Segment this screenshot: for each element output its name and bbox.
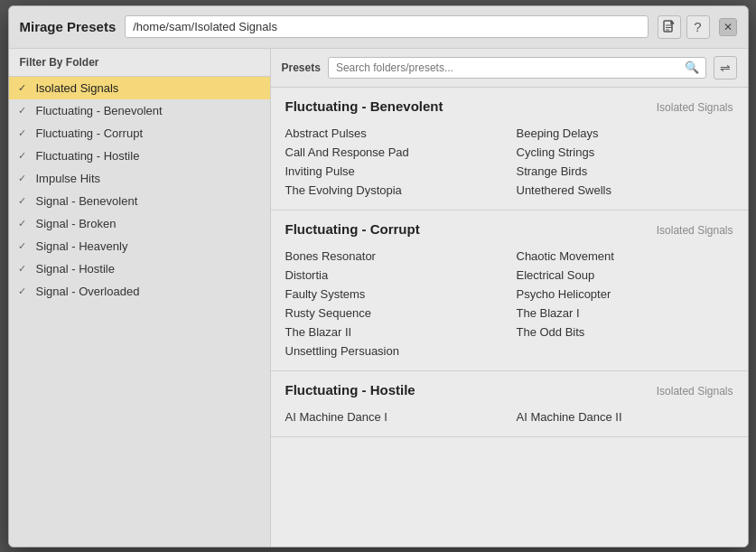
preset-grid: AI Machine Dance IAI Machine Dance II [285, 408, 733, 426]
preset-item[interactable]: AI Machine Dance I [285, 408, 502, 426]
preset-item[interactable]: Call And Response Pad [285, 144, 502, 161]
preset-section-header: Fluctuating - Benevolent Isolated Signal… [285, 98, 733, 114]
preset-item[interactable]: The Blazar I [517, 304, 733, 322]
check-icon: ✓ [18, 127, 31, 139]
preset-item[interactable]: Untethered Swells [517, 182, 733, 199]
check-icon: ✓ [18, 105, 31, 117]
sidebar-list: ✓ Isolated Signals ✓ Fluctuating - Benev… [9, 77, 270, 547]
check-icon: ✓ [18, 263, 31, 275]
preset-section: Fluctuating - Corrupt Isolated Signals B… [271, 211, 748, 371]
presets-scroll[interactable]: Fluctuating - Benevolent Isolated Signal… [271, 88, 748, 547]
check-icon: ✓ [18, 218, 31, 229]
presets-title: Presets [282, 61, 321, 74]
sidebar-item-label: Fluctuating - Hostile [36, 149, 140, 163]
preset-section: Fluctuating - Benevolent Isolated Signal… [271, 88, 748, 211]
preset-item[interactable]: Psycho Helicopter [517, 285, 733, 303]
preset-item[interactable]: The Blazar II [285, 323, 502, 341]
preset-grid: Abstract PulsesBeeping DelaysCall And Re… [285, 125, 733, 199]
preset-section-name: Fluctuating - Hostile [285, 382, 415, 398]
help-icon: ? [694, 19, 701, 34]
sidebar-item-label: Signal - Heavenly [36, 239, 128, 253]
preset-section-header: Fluctuating - Corrupt Isolated Signals [285, 221, 733, 237]
sidebar-item-signal-benevolent[interactable]: ✓ Signal - Benevolent [9, 190, 270, 212]
preset-item[interactable]: Chaotic Movement [517, 248, 733, 265]
preset-item[interactable]: Beeping Delays [517, 125, 733, 142]
doc-icon-button[interactable] [658, 15, 681, 39]
check-icon: ✓ [18, 173, 31, 184]
sidebar-item-isolated-signals[interactable]: ✓ Isolated Signals [9, 77, 270, 99]
shuffle-button[interactable]: ⇌ [714, 56, 737, 80]
preset-item[interactable]: Distortia [285, 267, 502, 284]
sidebar-item-signal-hostile[interactable]: ✓ Signal - Hostile [9, 257, 270, 280]
presets-panel: Presets 🔍 ⇌ Fluctuating - Benevolent Iso… [271, 49, 748, 547]
sidebar-header: Filter By Folder [9, 49, 270, 77]
sidebar-item-fluctuating-benevolent[interactable]: ✓ Fluctuating - Benevolent [9, 99, 270, 122]
sidebar-item-label: Signal - Benevolent [36, 194, 138, 208]
sidebar-item-fluctuating-hostile[interactable]: ✓ Fluctuating - Hostile [9, 145, 270, 167]
preset-section-name: Fluctuating - Corrupt [285, 221, 420, 237]
sidebar-item-fluctuating-corrupt[interactable]: ✓ Fluctuating - Corrupt [9, 122, 270, 145]
help-icon-button[interactable]: ? [686, 15, 710, 39]
search-wrapper: 🔍 [328, 57, 706, 79]
sidebar-item-label: Isolated Signals [36, 81, 119, 95]
preset-item[interactable]: Unsettling Persuasion [285, 342, 502, 360]
preset-item[interactable]: Rusty Sequence [285, 304, 502, 322]
preset-item[interactable]: The Evolving Dystopia [285, 182, 502, 199]
shuffle-icon: ⇌ [720, 61, 731, 75]
preset-item[interactable]: Cycling Strings [517, 144, 733, 161]
check-icon: ✓ [18, 82, 31, 94]
preset-item[interactable]: AI Machine Dance II [517, 408, 733, 426]
check-icon: ✓ [18, 195, 31, 207]
preset-item[interactable]: Inviting Pulse [285, 163, 502, 180]
sidebar-item-label: Signal - Hostile [36, 262, 115, 276]
sidebar-item-label: Impulse Hits [36, 172, 101, 185]
preset-section-name: Fluctuating - Benevolent [285, 98, 443, 114]
sidebar-item-impulse-hits[interactable]: ✓ Impulse Hits [9, 167, 270, 190]
dialog-title: Mirage Presets [20, 19, 117, 34]
sidebar-item-signal-overloaded[interactable]: ✓ Signal - Overloaded [9, 280, 270, 303]
path-input[interactable] [125, 15, 648, 38]
check-icon: ✓ [18, 150, 31, 162]
check-icon: ✓ [18, 240, 31, 252]
preset-item[interactable]: Electrical Soup [517, 267, 733, 284]
title-bar: Mirage Presets ? ✕ [9, 6, 748, 49]
sidebar-item-label: Fluctuating - Corrupt [36, 126, 144, 140]
preset-item[interactable]: Faulty Systems [285, 285, 502, 303]
presets-header: Presets 🔍 ⇌ [271, 49, 748, 88]
title-bar-icons: ? [658, 15, 710, 39]
preset-grid: Bones ResonatorChaotic MovementDistortia… [285, 248, 733, 360]
sidebar-item-label: Signal - Overloaded [36, 285, 140, 298]
preset-item[interactable]: The Odd Bits [517, 323, 733, 341]
preset-item[interactable]: Bones Resonator [285, 248, 502, 265]
preset-section-folder: Isolated Signals [657, 385, 733, 398]
search-icon: 🔍 [685, 61, 699, 74]
main-content: Filter By Folder ✓ Isolated Signals ✓ Fl… [9, 49, 748, 547]
preset-section-folder: Isolated Signals [657, 101, 733, 114]
preset-item[interactable]: Strange Birds [517, 163, 733, 180]
mirage-presets-dialog: Mirage Presets ? ✕ Filt [8, 5, 749, 547]
search-input[interactable] [328, 57, 706, 79]
sidebar-item-label: Signal - Broken [36, 217, 117, 230]
preset-section: Fluctuating - Hostile Isolated Signals A… [271, 371, 748, 437]
sidebar: Filter By Folder ✓ Isolated Signals ✓ Fl… [9, 49, 271, 547]
check-icon: ✓ [18, 285, 31, 297]
preset-section-folder: Isolated Signals [657, 224, 733, 237]
preset-item[interactable]: Abstract Pulses [285, 125, 502, 142]
sidebar-item-label: Fluctuating - Benevolent [36, 104, 163, 117]
sidebar-item-signal-broken[interactable]: ✓ Signal - Broken [9, 212, 270, 235]
preset-section-header: Fluctuating - Hostile Isolated Signals [285, 382, 733, 398]
sidebar-item-signal-heavenly[interactable]: ✓ Signal - Heavenly [9, 235, 270, 257]
preset-item-empty [517, 342, 733, 360]
close-button[interactable]: ✕ [719, 18, 737, 36]
